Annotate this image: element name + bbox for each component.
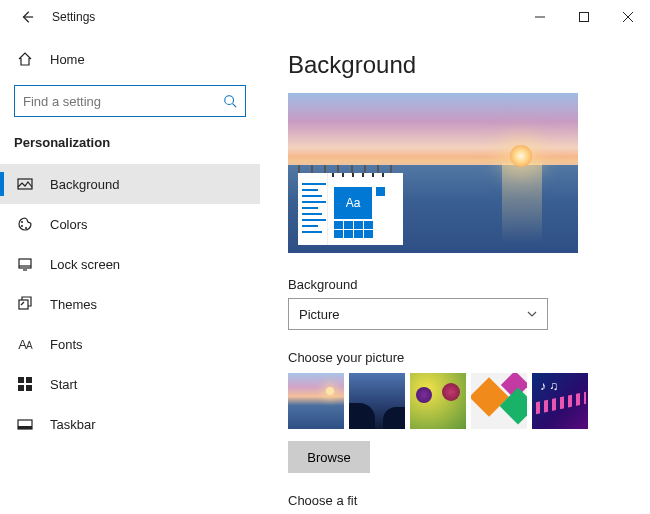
home-label: Home [50, 52, 85, 67]
dropdown-value: Picture [299, 307, 339, 322]
background-preview: Aa [288, 93, 578, 253]
back-button[interactable] [16, 6, 38, 28]
search-icon [223, 94, 237, 108]
choose-picture-label: Choose your picture [288, 350, 626, 365]
svg-rect-2 [580, 12, 589, 21]
titlebar: Settings [0, 0, 650, 33]
svg-point-9 [21, 225, 23, 227]
choose-fit-label: Choose a fit [288, 493, 626, 508]
picture-thumb[interactable] [471, 373, 527, 429]
svg-rect-11 [19, 259, 31, 268]
taskbar-icon [16, 416, 34, 432]
sidebar-item-themes[interactable]: Themes [0, 284, 260, 324]
picture-icon [16, 176, 34, 192]
window-title: Settings [52, 10, 95, 24]
minimize-button[interactable] [518, 0, 562, 33]
background-field-label: Background [288, 277, 626, 292]
sidebar-item-label: Lock screen [50, 257, 120, 272]
sidebar-item-fonts[interactable]: AA Fonts [0, 324, 260, 364]
main-container: Home Personalization Background [0, 33, 650, 514]
window-controls [518, 0, 650, 33]
picture-thumb[interactable] [532, 373, 588, 429]
picture-thumbs [288, 373, 626, 429]
fonts-icon: AA [16, 337, 34, 352]
browse-button[interactable]: Browse [288, 441, 370, 473]
preview-sample-text: Aa [334, 187, 372, 219]
lockscreen-icon [16, 256, 34, 272]
svg-rect-18 [26, 385, 32, 391]
palette-icon [16, 216, 34, 232]
chevron-down-icon [527, 311, 537, 317]
svg-rect-20 [18, 426, 32, 429]
svg-line-6 [233, 104, 237, 108]
page-title: Background [288, 51, 626, 79]
sidebar-item-lockscreen[interactable]: Lock screen [0, 244, 260, 284]
sidebar-item-label: Themes [50, 297, 97, 312]
picture-thumb[interactable] [410, 373, 466, 429]
home-icon [16, 51, 34, 67]
sidebar-item-label: Taskbar [50, 417, 96, 432]
start-icon [16, 377, 34, 391]
svg-rect-15 [18, 377, 24, 383]
sidebar-item-label: Fonts [50, 337, 83, 352]
preview-mock-window: Aa [298, 173, 403, 245]
svg-rect-14 [19, 300, 28, 309]
sidebar-nav: Background Colors Lock screen Themes [0, 164, 260, 444]
svg-rect-16 [26, 377, 32, 383]
section-label: Personalization [0, 131, 260, 164]
sidebar-item-label: Background [50, 177, 119, 192]
sidebar-item-label: Start [50, 377, 77, 392]
picture-thumb[interactable] [349, 373, 405, 429]
themes-icon [16, 296, 34, 312]
home-button[interactable]: Home [0, 41, 260, 77]
sidebar-item-start[interactable]: Start [0, 364, 260, 404]
maximize-button[interactable] [562, 0, 606, 33]
background-type-dropdown[interactable]: Picture [288, 298, 548, 330]
svg-rect-17 [18, 385, 24, 391]
search-row [0, 77, 260, 131]
picture-thumb[interactable] [288, 373, 344, 429]
search-input[interactable] [23, 94, 223, 109]
svg-point-5 [225, 96, 234, 105]
sidebar-item-taskbar[interactable]: Taskbar [0, 404, 260, 444]
content-pane: Background Aa Background [260, 33, 650, 514]
sidebar-item-colors[interactable]: Colors [0, 204, 260, 244]
search-box[interactable] [14, 85, 246, 117]
sidebar-item-label: Colors [50, 217, 88, 232]
sidebar: Home Personalization Background [0, 33, 260, 514]
close-button[interactable] [606, 0, 650, 33]
svg-point-10 [25, 227, 27, 229]
sidebar-item-background[interactable]: Background [0, 164, 260, 204]
svg-point-8 [21, 221, 23, 223]
